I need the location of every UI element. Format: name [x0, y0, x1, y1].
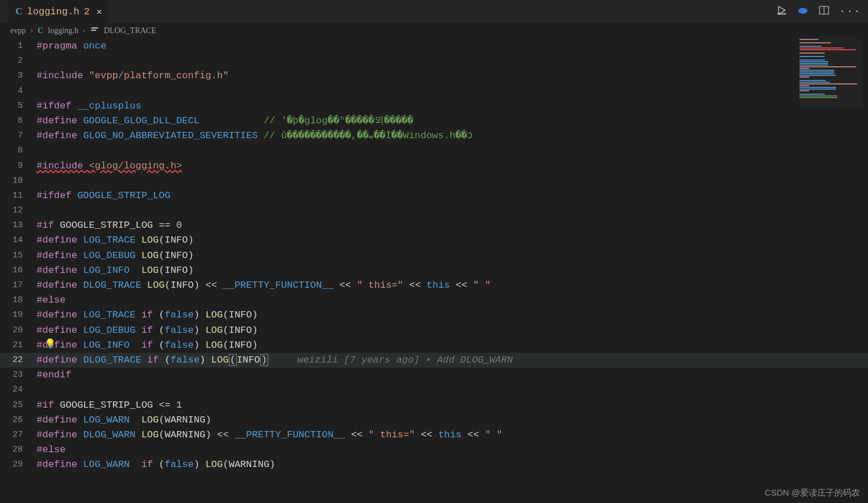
line-number: 7 — [0, 128, 37, 143]
line-number: 8 — [0, 143, 37, 158]
breadcrumb-file[interactable]: logging.h — [48, 26, 78, 35]
line-number: 13 — [0, 218, 37, 233]
line-number: 3 — [0, 69, 37, 83]
svg-rect-0 — [777, 13, 786, 14]
tab-logging-h[interactable]: C logging.h 2 ✕ — [9, 0, 108, 23]
git-blame-annotation: weizili [7 years ago] • Add DLOG_WARN — [297, 355, 512, 365]
cloud-icon[interactable] — [797, 6, 809, 18]
minimap[interactable] — [800, 39, 862, 107]
editor-actions: ··· — [777, 5, 868, 18]
line-number: 22 — [0, 353, 37, 368]
more-icon[interactable]: ··· — [839, 6, 861, 17]
line-number: 21 — [0, 338, 37, 353]
breadcrumb-folder[interactable]: evpp — [10, 26, 26, 35]
line-number: 16 — [0, 263, 37, 278]
line-number: 11 — [0, 188, 37, 203]
breadcrumb-symbol[interactable]: DLOG_TRACE — [104, 26, 156, 35]
line-number: 2 — [0, 54, 37, 69]
line-number: 9 — [0, 159, 37, 174]
split-editor-icon[interactable] — [819, 5, 829, 18]
line-number: 12 — [0, 203, 37, 218]
watermark: CSDN @爱读庄子的码农 — [765, 488, 860, 498]
line-number: 25 — [0, 398, 37, 413]
svg-point-1 — [798, 8, 808, 14]
line-number: 26 — [0, 413, 37, 428]
close-icon[interactable]: ✕ — [96, 6, 102, 17]
line-number: 18 — [0, 293, 37, 308]
svg-rect-4 — [91, 27, 98, 29]
editor-area[interactable]: 1#pragma once 2 3#include "evpp/platform… — [0, 39, 868, 472]
breadcrumb[interactable]: evpp › C logging.h › DLOG_TRACE — [0, 23, 868, 39]
line-number: 28 — [0, 442, 37, 457]
line-number: 14 — [0, 233, 37, 248]
line-number: 1 — [0, 39, 37, 54]
line-number: 23 — [0, 368, 37, 383]
chevron-right-icon: › — [83, 26, 86, 35]
line-number: 10 — [0, 174, 37, 188]
line-number: 27 — [0, 428, 37, 442]
symbol-icon — [90, 26, 99, 36]
line-number: 20 — [0, 323, 37, 338]
line-number: 24 — [0, 383, 37, 397]
tab-bar: C logging.h 2 ✕ ··· — [0, 0, 868, 23]
svg-rect-5 — [91, 30, 96, 31]
line-number: 4 — [0, 84, 37, 99]
line-number: 17 — [0, 278, 37, 293]
line-number: 29 — [0, 457, 37, 472]
tab-modified-count: 2 — [84, 6, 90, 17]
tab-file-name: logging.h — [27, 6, 79, 17]
line-number: 19 — [0, 308, 37, 323]
run-icon[interactable] — [777, 5, 787, 18]
line-number: 5 — [0, 99, 37, 114]
chevron-right-icon: › — [30, 26, 33, 35]
line-number: 15 — [0, 248, 37, 263]
c-file-icon: C — [38, 26, 43, 35]
c-file-icon: C — [15, 6, 22, 17]
lightbulb-icon[interactable]: 💡 — [45, 338, 56, 349]
line-number: 6 — [0, 114, 37, 128]
